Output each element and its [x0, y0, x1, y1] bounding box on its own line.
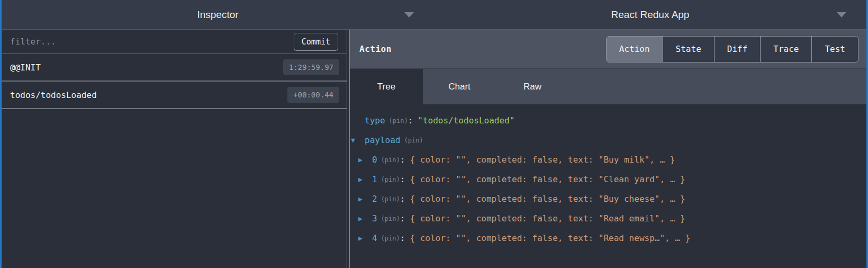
tree-key[interactable]: 4	[372, 233, 377, 243]
filter-input[interactable]	[10, 37, 294, 47]
collapse-arrow-icon[interactable]: ▼	[351, 136, 365, 144]
tree-row-payload: ▼ payload (pin)	[350, 130, 866, 150]
main-area: Commit @@INIT 1:29:59.97 todos/todosLoad…	[2, 30, 866, 268]
instance-selector[interactable]: React Redux App	[434, 0, 866, 29]
tree-key[interactable]: 0	[372, 155, 377, 165]
pin-toggle[interactable]: (pin)	[381, 176, 400, 183]
tab-test[interactable]: Test	[812, 37, 858, 62]
expand-arrow-icon[interactable]: ▶	[358, 195, 372, 203]
inspector-header-label: Action	[359, 44, 392, 54]
action-timestamp-badge: 1:29:59.97	[283, 59, 339, 75]
pin-toggle[interactable]: (pin)	[381, 195, 400, 203]
pin-toggle[interactable]: (pin)	[381, 156, 400, 164]
object-preview: { color: "", completed: false, text: "Bu…	[410, 155, 675, 165]
monitor-selector[interactable]: Inspector	[2, 0, 434, 29]
tree-key[interactable]: type	[365, 115, 385, 126]
action-tree-view: type (pin) : "todos/todosLoaded" ▼ paylo…	[350, 104, 866, 268]
tab-action[interactable]: Action	[607, 37, 663, 62]
pin-toggle[interactable]: (pin)	[389, 117, 408, 124]
tree-key[interactable]: 1	[372, 174, 377, 184]
tab-tree[interactable]: Tree	[350, 69, 423, 104]
tree-row-item-3: ▶ 3 (pin) : { color: "", completed: fals…	[350, 209, 866, 228]
object-preview: { color: "", completed: false, text: "Re…	[410, 233, 690, 243]
tree-row-item-4: ▶ 4 (pin) : { color: "", completed: fals…	[350, 228, 866, 248]
action-list-panel: Commit @@INIT 1:29:59.97 todos/todosLoad…	[2, 30, 347, 268]
tree-row-item-1: ▶ 1 (pin) : { color: "", completed: fals…	[350, 169, 866, 189]
action-row-init[interactable]: @@INIT 1:29:59.97	[2, 54, 347, 82]
tab-raw[interactable]: Raw	[496, 69, 569, 104]
commit-button[interactable]: Commit	[294, 33, 338, 51]
pin-toggle[interactable]: (pin)	[381, 235, 400, 242]
action-timestamp-badge: +00:00.44	[287, 87, 339, 103]
tab-chart[interactable]: Chart	[423, 69, 496, 104]
action-name: todos/todosLoaded	[10, 90, 287, 100]
object-preview: { color: "", completed: false, text: "Bu…	[410, 194, 685, 204]
action-name: @@INIT	[10, 62, 283, 73]
tab-diff[interactable]: Diff	[715, 37, 761, 62]
tree-key[interactable]: payload	[365, 135, 400, 145]
inspector-tab-group: Action State Diff Trace Test	[606, 36, 858, 62]
chevron-down-icon	[404, 12, 414, 17]
inspector-header: Action Action State Diff Trace Test	[350, 30, 866, 68]
tree-key[interactable]: 2	[372, 194, 377, 204]
filter-row: Commit	[2, 30, 347, 54]
tree-row-type: type (pin) : "todos/todosLoaded"	[350, 111, 866, 130]
action-row-todos-loaded[interactable]: todos/todosLoaded +00:00.44	[2, 82, 347, 109]
instance-selector-label: React Redux App	[611, 9, 690, 21]
top-bar: Inspector React Redux App	[2, 0, 866, 30]
tree-key[interactable]: 3	[372, 213, 377, 224]
pin-toggle[interactable]: (pin)	[404, 137, 423, 144]
chevron-down-icon	[837, 12, 846, 17]
expand-arrow-icon[interactable]: ▶	[358, 175, 372, 183]
tree-row-item-2: ▶ 2 (pin) : { color: "", completed: fals…	[350, 189, 866, 209]
redux-devtools-window: Inspector React Redux App Commit @@INIT …	[0, 0, 868, 268]
pin-toggle[interactable]: (pin)	[381, 215, 400, 222]
expand-arrow-icon[interactable]: ▶	[358, 234, 372, 242]
tree-string-value: "todos/todosLoaded"	[418, 115, 514, 126]
expand-arrow-icon[interactable]: ▶	[358, 156, 372, 164]
object-preview: { color: "", completed: false, text: "Cl…	[410, 174, 685, 184]
monitor-selector-label: Inspector	[197, 9, 238, 21]
object-preview: { color: "", completed: false, text: "Re…	[410, 213, 685, 224]
tree-row-item-0: ▶ 0 (pin) : { color: "", completed: fals…	[350, 150, 866, 169]
inspector-panel: Action Action State Diff Trace Test Tree…	[350, 30, 866, 268]
tab-state[interactable]: State	[663, 37, 715, 62]
expand-arrow-icon[interactable]: ▶	[358, 215, 372, 222]
view-mode-tabs: Tree Chart Raw	[350, 68, 866, 104]
tab-trace[interactable]: Trace	[761, 37, 812, 62]
